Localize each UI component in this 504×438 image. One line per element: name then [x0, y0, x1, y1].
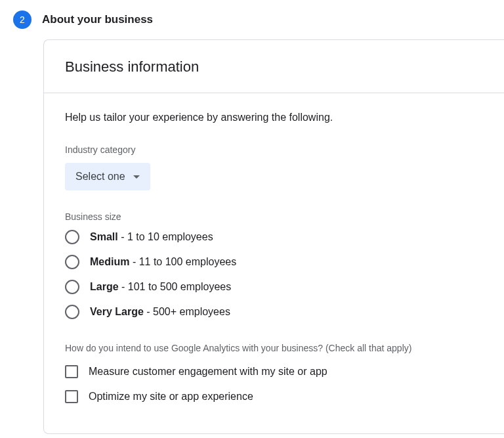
card-body: Help us tailor your experience by answer…: [44, 93, 504, 433]
industry-category-selected: Select one: [75, 171, 125, 183]
checkbox-option-engagement[interactable]: Measure customer engagement with my site…: [65, 365, 483, 378]
radio-option-medium[interactable]: Medium - 11 to 100 employees: [65, 255, 483, 269]
industry-category-label: Industry category: [65, 144, 483, 155]
radio-icon: [65, 280, 79, 294]
radio-option-small[interactable]: Small - 1 to 10 employees: [65, 230, 483, 244]
radio-icon: [65, 305, 79, 319]
checkbox-label: Optimize my site or app experience: [89, 391, 253, 403]
industry-category-select[interactable]: Select one: [65, 163, 150, 190]
usage-question-label: How do you intend to use Google Analytic…: [65, 343, 483, 353]
business-size-label: Business size: [65, 211, 483, 222]
checkbox-label: Measure customer engagement with my site…: [89, 366, 327, 378]
radio-option-large[interactable]: Large - 101 to 500 employees: [65, 280, 483, 294]
radio-option-very-large[interactable]: Very Large - 500+ employees: [65, 305, 483, 319]
checkbox-icon: [65, 365, 78, 378]
checkbox-option-optimize[interactable]: Optimize my site or app experience: [65, 390, 483, 403]
step-header: 2 About your business: [0, 0, 504, 39]
radio-label: Small - 1 to 10 employees: [90, 231, 213, 243]
step-number-badge: 2: [13, 11, 32, 29]
radio-label: Very Large - 500+ employees: [90, 306, 230, 318]
checkbox-icon: [65, 390, 78, 403]
radio-label: Medium - 11 to 100 employees: [90, 256, 236, 268]
card-title: Business information: [65, 58, 483, 76]
step-title: About your business: [42, 13, 153, 26]
radio-label: Large - 101 to 500 employees: [90, 281, 231, 293]
card-header: Business information: [44, 40, 504, 93]
business-size-radio-group: Small - 1 to 10 employees Medium - 11 to…: [65, 230, 483, 319]
radio-icon: [65, 230, 79, 244]
business-info-card: Business information Help us tailor your…: [43, 39, 504, 434]
caret-down-icon: [133, 175, 140, 179]
radio-icon: [65, 255, 79, 269]
intro-text: Help us tailor your experience by answer…: [65, 112, 483, 123]
